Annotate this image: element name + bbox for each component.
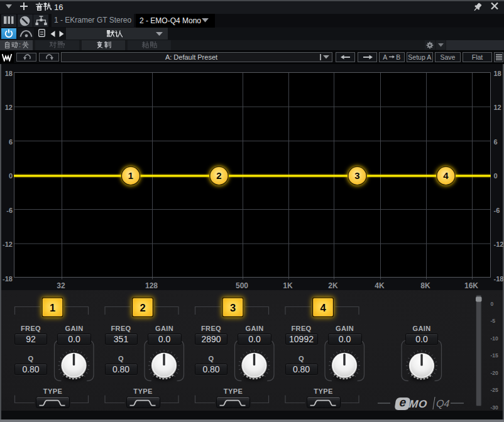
svg-text:1: 1	[50, 302, 55, 313]
svg-text:2: 2	[140, 302, 145, 313]
svg-text:3: 3	[230, 302, 236, 313]
svg-text:-25: -25	[491, 387, 499, 393]
svg-text:-10: -10	[491, 335, 499, 342]
svg-text:0: 0	[491, 301, 494, 307]
svg-text:-5: -5	[491, 318, 496, 324]
svg-text:-20: -20	[491, 370, 499, 376]
svg-text:4: 4	[320, 302, 326, 313]
svg-text:-30: -30	[491, 404, 499, 411]
svg-text:-15: -15	[491, 352, 499, 359]
